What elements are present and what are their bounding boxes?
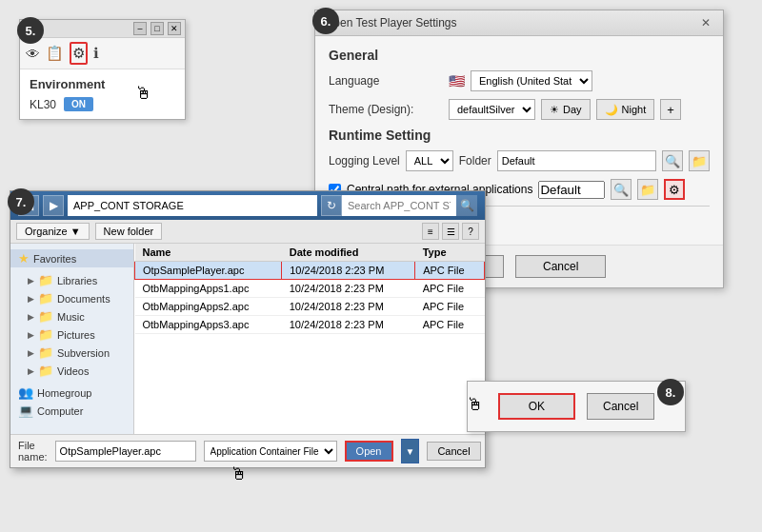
star-icon: ★	[18, 251, 30, 266]
environment-label: Environment	[30, 77, 175, 91]
arrow-icon: ▶	[28, 330, 34, 340]
central-folder-icon-btn[interactable]: 📁	[637, 179, 658, 200]
eye-icon[interactable]: 👁	[26, 46, 40, 62]
folder-icon: 📁	[38, 291, 53, 305]
mouse-cursor-8: 🖱	[467, 395, 484, 415]
col-date[interactable]: Date modified	[282, 244, 415, 262]
search-btn[interactable]: 🔍	[456, 195, 477, 216]
open-dropdown-arrow[interactable]: ▼	[401, 439, 420, 463]
table-row[interactable]: OtpSamplePlayer.apc 10/24/2018 2:23 PM A…	[135, 262, 485, 280]
restore-btn[interactable]: □	[150, 22, 164, 35]
language-select[interactable]: English (United Stat	[471, 70, 592, 91]
help-btn[interactable]: ?	[462, 223, 479, 240]
info-icon[interactable]: ℹ	[93, 45, 99, 62]
arrow-icon: ▶	[28, 312, 34, 322]
file-type: APC File	[415, 262, 485, 280]
favorites-item[interactable]: ★ Favorites	[10, 249, 133, 267]
file-date: 10/24/2018 2:23 PM	[282, 262, 415, 280]
day-btn[interactable]: ☀ Day	[541, 99, 591, 120]
panel5-titlebar: – □ ✕	[20, 20, 185, 38]
folder-icon-btn[interactable]: 📁	[689, 150, 710, 171]
table-row[interactable]: OtbMappingApps2.apc 10/24/2018 2:23 PM A…	[135, 298, 485, 316]
panel8-ok-btn[interactable]: OK	[498, 393, 575, 420]
step-8-label: 8.	[657, 379, 684, 405]
panel6-cancel-btn[interactable]: Cancel	[515, 255, 606, 278]
kl-label: KL30	[30, 98, 56, 111]
logging-select[interactable]: ALL	[406, 150, 453, 171]
logging-row: Logging Level ALL Folder 🔍 📁	[329, 150, 710, 171]
file-date: 10/24/2018 2:23 PM	[282, 280, 415, 298]
panel5-toolbar: 👁 📋 ⚙ ℹ	[20, 38, 185, 69]
details-view-btn[interactable]: ☰	[442, 223, 459, 240]
panel-7: ◀ ▶ ↻ 🔍 ✕ Organize ▼ New folder ≡ ☰ ? ★ …	[10, 190, 486, 468]
logging-label: Logging Level	[329, 154, 400, 167]
subversion-item[interactable]: ▶ 📁 Subversion	[10, 344, 133, 362]
homegroup-item[interactable]: 👥 Homegroup	[10, 384, 133, 402]
col-name[interactable]: Name	[135, 244, 282, 262]
videos-item[interactable]: ▶ 📁 Videos	[10, 362, 133, 380]
file-table: Name Date modified Type OtpSamplePlayer.…	[134, 244, 485, 334]
mouse-cursor-7: 🖱	[231, 464, 248, 484]
gear-icon[interactable]: ⚙	[70, 42, 88, 65]
filetype-select[interactable]: Application Container Files (*.	[204, 441, 337, 462]
computer-item[interactable]: 💻 Computer	[10, 402, 133, 420]
toggle-on[interactable]: ON	[64, 97, 93, 111]
central-search-icon-btn[interactable]: 🔍	[611, 179, 632, 200]
panel7-main: ★ Favorites ▶ 📁 Libraries ▶ 📁 Documents …	[10, 244, 485, 434]
folder-icon: 👥	[18, 385, 33, 400]
refresh-btn[interactable]: ↻	[321, 195, 342, 216]
panel8-body: OK Cancel	[468, 382, 685, 431]
panel6-close-btn[interactable]: ✕	[698, 15, 713, 30]
theme-select[interactable]: defaultSilver	[449, 99, 535, 120]
address-input[interactable]	[68, 195, 317, 216]
night-btn[interactable]: 🌙 Night	[596, 99, 655, 120]
pictures-item[interactable]: ▶ 📁 Pictures	[10, 325, 133, 344]
table-row[interactable]: OtbMappingApps1.apc 10/24/2018 2:23 PM A…	[135, 280, 485, 298]
col-type[interactable]: Type	[415, 244, 485, 262]
central-path-input[interactable]	[538, 181, 605, 199]
favorites-section: ★ Favorites	[10, 249, 133, 267]
file-name: OtbMappingApps1.apc	[135, 280, 282, 298]
panel6-title: Open Test Player Settings	[325, 16, 457, 30]
file-date: 10/24/2018 2:23 PM	[282, 298, 415, 316]
folder-icon: 📁	[38, 345, 53, 360]
view-icons: ≡ ☰ ?	[422, 223, 479, 240]
new-folder-btn[interactable]: New folder	[95, 223, 163, 240]
forward-btn[interactable]: ▶	[43, 195, 64, 216]
music-item[interactable]: ▶ 📁 Music	[10, 307, 133, 325]
panel8-cancel-btn[interactable]: Cancel	[587, 393, 654, 420]
minimize-btn[interactable]: –	[133, 22, 147, 35]
panel-8: OK Cancel	[467, 381, 686, 432]
folder-icon: 📁	[38, 273, 53, 287]
folder-icon: 📁	[38, 364, 53, 378]
central-settings-icon-btn[interactable]: ⚙	[664, 179, 685, 200]
arrow-icon: ▶	[28, 348, 34, 358]
language-label: Language	[329, 74, 443, 88]
search-icon-btn[interactable]: 🔍	[662, 150, 683, 171]
copy-icon[interactable]: 📋	[46, 45, 64, 62]
folder-input[interactable]	[497, 150, 656, 171]
file-date: 10/24/2018 2:23 PM	[282, 316, 415, 334]
documents-item[interactable]: ▶ 📁 Documents	[10, 289, 133, 307]
arrow-icon: ▶	[28, 366, 34, 376]
table-row[interactable]: OtbMappingApps3.apc 10/24/2018 2:23 PM A…	[135, 316, 485, 334]
list-view-btn[interactable]: ≡	[422, 223, 439, 240]
close-btn[interactable]: ✕	[168, 22, 181, 35]
panel7-cancel-btn[interactable]: Cancel	[427, 442, 480, 461]
arrow-icon: ▶	[28, 276, 34, 286]
add-theme-btn[interactable]: +	[660, 99, 681, 120]
sun-icon: ☀	[550, 104, 559, 116]
search-input[interactable]	[342, 195, 456, 216]
libraries-item[interactable]: ▶ 📁 Libraries	[10, 271, 133, 289]
panel7-footer: File name: Application Container Files (…	[10, 434, 485, 467]
step-7-label: 7.	[8, 188, 34, 215]
step-6-label: 6.	[312, 8, 339, 34]
flag-icon: 🇺🇸	[449, 73, 465, 89]
panel5-content: Environment KL30 ON	[20, 69, 185, 119]
open-btn[interactable]: Open	[345, 441, 393, 462]
file-type: APC File	[415, 298, 485, 316]
arrow-icon: ▶	[28, 294, 34, 304]
folder-icon: 📁	[38, 327, 53, 342]
filename-input[interactable]	[55, 441, 196, 462]
organize-btn[interactable]: Organize ▼	[16, 223, 90, 240]
